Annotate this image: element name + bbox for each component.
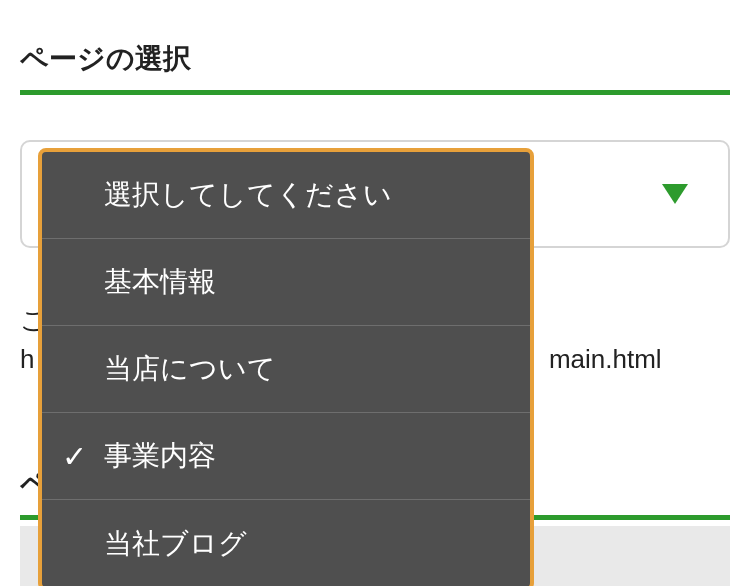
- url-suffix: main.html: [549, 344, 662, 374]
- check-icon: ✓: [62, 439, 87, 474]
- dropdown-item-business-content[interactable]: ✓ 事業内容: [42, 413, 530, 500]
- page-title: ページの選択: [20, 40, 730, 95]
- dropdown-item-label: 事業内容: [104, 437, 216, 475]
- url-prefix-fragment: h: [20, 344, 34, 374]
- dropdown-item-about-store[interactable]: 当店について: [42, 326, 530, 413]
- dropdown-item-label: 選択してしてください: [104, 176, 392, 214]
- dropdown-item-company-blog[interactable]: 当社ブログ: [42, 500, 530, 586]
- dropdown-item-label: 当社ブログ: [104, 525, 247, 563]
- dropdown-item-placeholder[interactable]: 選択してしてください: [42, 152, 530, 239]
- dropdown-item-label: 当店について: [104, 350, 276, 388]
- dropdown-item-basic-info[interactable]: 基本情報: [42, 239, 530, 326]
- dropdown-item-label: 基本情報: [104, 263, 216, 301]
- chevron-down-icon: [662, 184, 688, 204]
- dropdown-popup: 選択してしてください 基本情報 当店について ✓ 事業内容 当社ブログ: [38, 148, 534, 586]
